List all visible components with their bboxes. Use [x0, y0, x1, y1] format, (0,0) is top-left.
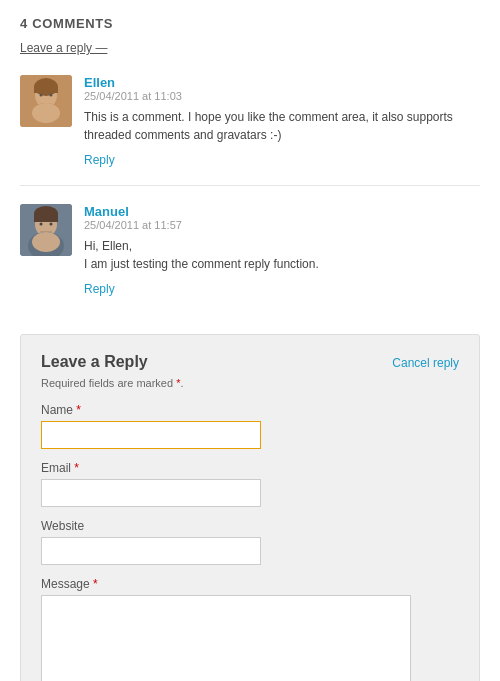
email-required-asterisk: *: [74, 461, 79, 475]
leave-reply-link[interactable]: Leave a reply —: [20, 41, 480, 55]
comment-body: Manuel 25/04/2011 at 11:57 Hi, Ellen,I a…: [84, 204, 480, 296]
comment-body: Ellen 25/04/2011 at 11:03 This is a comm…: [84, 75, 480, 167]
required-asterisk: *: [176, 377, 180, 389]
svg-point-8: [50, 94, 53, 97]
table-row: Manuel 25/04/2011 at 11:57 Hi, Ellen,I a…: [20, 204, 480, 314]
svg-rect-18: [40, 231, 52, 232]
comment-text: This is a comment. I hope you like the c…: [84, 108, 480, 144]
website-label: Website: [41, 519, 459, 533]
name-required-asterisk: *: [76, 403, 81, 417]
svg-rect-6: [34, 87, 58, 93]
svg-point-13: [32, 232, 60, 252]
comment-author[interactable]: Manuel: [84, 204, 129, 219]
message-field-group: Message *: [41, 577, 459, 681]
svg-point-4: [32, 103, 60, 123]
website-field-group: Website: [41, 519, 459, 565]
comment-date: 25/04/2011 at 11:57: [84, 219, 480, 231]
message-label: Message *: [41, 577, 459, 591]
message-required-asterisk: *: [93, 577, 98, 591]
name-input[interactable]: [41, 421, 261, 449]
comments-heading: 4 COMMENTS: [20, 16, 480, 31]
cancel-reply-link[interactable]: Cancel reply: [392, 356, 459, 370]
message-textarea[interactable]: [41, 595, 411, 681]
email-label: Email *: [41, 461, 459, 475]
reply-link[interactable]: Reply: [84, 153, 115, 167]
table-row: Ellen 25/04/2011 at 11:03 This is a comm…: [20, 75, 480, 186]
email-field-group: Email *: [41, 461, 459, 507]
website-input[interactable]: [41, 537, 261, 565]
reply-form-section: Leave a Reply Cancel reply Required fiel…: [20, 334, 480, 681]
avatar: [20, 75, 72, 127]
svg-point-17: [50, 223, 53, 226]
reply-form: Name * Email * Website Message *: [41, 403, 459, 681]
reply-link[interactable]: Reply: [84, 282, 115, 296]
page-wrapper: 4 COMMENTS Leave a reply —: [0, 0, 500, 681]
avatar: [20, 204, 72, 256]
email-input[interactable]: [41, 479, 261, 507]
svg-point-16: [40, 223, 43, 226]
required-note: Required fields are marked *.: [41, 377, 459, 389]
comment-text: Hi, Ellen,I am just testing the comment …: [84, 237, 480, 273]
name-label: Name *: [41, 403, 459, 417]
comment-list: Ellen 25/04/2011 at 11:03 This is a comm…: [20, 75, 480, 314]
form-title: Leave a Reply: [41, 353, 148, 371]
reply-form-header: Leave a Reply Cancel reply: [41, 353, 459, 371]
svg-point-7: [40, 94, 43, 97]
comment-author[interactable]: Ellen: [84, 75, 115, 90]
comment-date: 25/04/2011 at 11:03: [84, 90, 480, 102]
name-field-group: Name *: [41, 403, 459, 449]
svg-rect-15: [34, 214, 58, 222]
